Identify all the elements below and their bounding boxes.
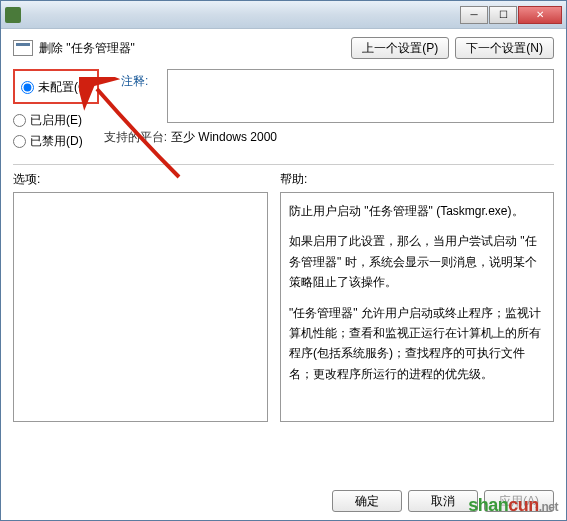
- window-buttons: ─ ☐ ✕: [460, 6, 562, 24]
- app-icon: [5, 7, 21, 23]
- support-row: 支持的平台: 至少 Windows 2000: [91, 129, 554, 146]
- support-label: 支持的平台:: [91, 129, 167, 146]
- help-panel: 防止用户启动 "任务管理器" (Taskmgr.exe)。 如果启用了此设置，那…: [280, 192, 554, 422]
- radio-not-configured-input[interactable]: [21, 81, 34, 94]
- radio-enabled-input[interactable]: [13, 114, 26, 127]
- options-label: 选项:: [13, 171, 268, 188]
- nav-buttons: 上一个设置(P) 下一个设置(N): [351, 37, 554, 59]
- help-text: 防止用户启动 "任务管理器" (Taskmgr.exe)。: [289, 201, 545, 221]
- body-row: 未配置(C) 已启用(E) 已禁用(D) 支持的平台: 至少 Windows 2…: [13, 69, 554, 154]
- highlight-box: 未配置(C): [13, 69, 99, 104]
- section-row: 选项: 帮助: 防止用户启动 "任务管理器" (Taskmgr.exe)。 如果…: [13, 171, 554, 422]
- page-title: 删除 "任务管理器": [39, 40, 351, 57]
- radio-not-configured[interactable]: 未配置(C): [21, 79, 91, 96]
- dialog-window: ─ ☐ ✕ 删除 "任务管理器" 上一个设置(P) 下一个设置(N) 未配置(C…: [0, 0, 567, 521]
- close-button[interactable]: ✕: [518, 6, 562, 24]
- maximize-button[interactable]: ☐: [489, 6, 517, 24]
- support-value: 至少 Windows 2000: [171, 129, 277, 146]
- ok-button[interactable]: 确定: [332, 490, 402, 512]
- header-row: 删除 "任务管理器" 上一个设置(P) 下一个设置(N): [13, 37, 554, 59]
- content-area: 删除 "任务管理器" 上一个设置(P) 下一个设置(N) 未配置(C) 已启用(…: [1, 29, 566, 430]
- radio-enabled[interactable]: 已启用(E): [13, 112, 133, 129]
- help-text: 如果启用了此设置，那么，当用户尝试启动 "任务管理器" 时，系统会显示一则消息，…: [289, 231, 545, 292]
- help-section: 帮助: 防止用户启动 "任务管理器" (Taskmgr.exe)。 如果启用了此…: [280, 171, 554, 422]
- next-setting-button[interactable]: 下一个设置(N): [455, 37, 554, 59]
- minimize-button[interactable]: ─: [460, 6, 488, 24]
- options-section: 选项:: [13, 171, 268, 422]
- comment-textarea[interactable]: [167, 69, 554, 123]
- watermark: shancun.net: [468, 495, 558, 516]
- right-column: 支持的平台: 至少 Windows 2000: [143, 69, 554, 154]
- radio-disabled-input[interactable]: [13, 135, 26, 148]
- options-panel: [13, 192, 268, 422]
- prev-setting-button[interactable]: 上一个设置(P): [351, 37, 449, 59]
- help-label: 帮助:: [280, 171, 554, 188]
- policy-icon: [13, 40, 33, 56]
- divider: [13, 164, 554, 165]
- titlebar: ─ ☐ ✕: [1, 1, 566, 29]
- comment-label: 注释:: [121, 73, 148, 90]
- help-text: "任务管理器" 允许用户启动或终止程序；监视计算机性能；查看和监视正运行在计算机…: [289, 303, 545, 385]
